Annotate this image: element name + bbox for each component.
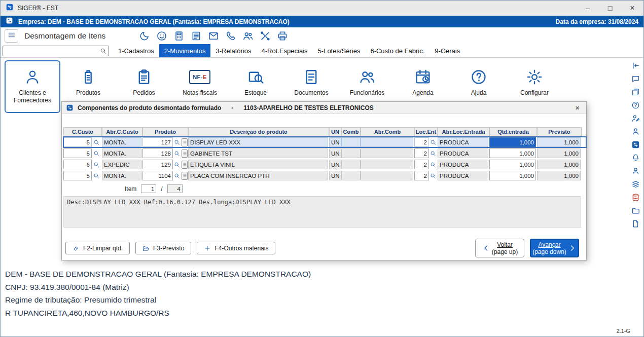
siger-shortcut-icon[interactable]: [631, 140, 640, 149]
user-icon[interactable]: [631, 127, 640, 136]
f3-previsto-button[interactable]: F3-Previsto: [135, 242, 191, 254]
close-button[interactable]: ×: [621, 1, 643, 16]
description-box[interactable]: Desc:DISPLAY LED XXX Ref:0.16.0.127 Des.…: [63, 196, 581, 228]
item-counter: Item 1 / 4: [125, 184, 586, 193]
avancar-button[interactable]: Avançar (page down): [530, 239, 579, 257]
tab-9-gerais[interactable]: 9-Gerais: [430, 44, 465, 57]
abr-comb-value: [361, 171, 413, 180]
search-input[interactable]: [5, 47, 100, 54]
avancar-label: Avançar: [539, 241, 561, 248]
tab-3-relatorios[interactable]: 3-Relatórios: [210, 44, 256, 57]
phone-icon[interactable]: [225, 30, 236, 42]
night-mode-icon[interactable]: [139, 30, 150, 42]
calculator-icon[interactable]: [173, 30, 185, 42]
loc-ent-lookup-icon[interactable]: [429, 171, 437, 180]
un-value: UN: [329, 160, 341, 169]
tab-2-movimentos[interactable]: 2-Movimentos: [159, 44, 211, 57]
search-icon[interactable]: [100, 48, 106, 54]
ccusto-lookup-icon[interactable]: [92, 137, 101, 147]
chat-icon[interactable]: [631, 74, 640, 83]
loc-ent-lookup-icon[interactable]: [429, 160, 437, 169]
item-current-field[interactable]: 1: [141, 184, 156, 193]
database-icon[interactable]: [631, 193, 640, 202]
layers-icon[interactable]: [631, 180, 640, 189]
f4-outros-materiais-button[interactable]: F4-Outros materiais: [197, 242, 275, 254]
abr-loc-entrada-value: PRODUCA: [438, 160, 488, 169]
produto-value: 129: [142, 160, 173, 169]
nav-buttons: Voltar (page up) Avançar (page down): [475, 239, 579, 257]
maximize-button[interactable]: □: [599, 1, 621, 16]
loc-ent-value: 2: [414, 160, 429, 169]
mail-icon[interactable]: [208, 30, 219, 42]
comb-value: [341, 171, 361, 180]
abr-ccusto-value: MONTA.: [102, 171, 141, 180]
clipboard-icon: [135, 66, 153, 88]
abr-loc-entrada-value: PRODUCA: [438, 137, 488, 147]
shortcut-clientes-e-fornecedores[interactable]: Clientes e Fornecedores: [5, 60, 60, 113]
qtd-entrada-input[interactable]: [489, 160, 536, 169]
dialog-title-separator: -: [231, 104, 233, 111]
chevron-right-icon: [568, 244, 577, 252]
mood-icon[interactable]: [156, 30, 167, 42]
f2-limpar-button[interactable]: F2-Limpar qtd.: [65, 242, 130, 254]
produto-lookup-icon[interactable]: [173, 148, 181, 158]
version-label: 2.1-G: [616, 328, 630, 334]
produto-options-button[interactable]: [182, 172, 188, 180]
produto-options-button[interactable]: [182, 161, 188, 169]
menu-button[interactable]: [5, 29, 18, 43]
qtd-entrada-input[interactable]: [489, 171, 536, 180]
abr-comb-value: [361, 137, 413, 147]
qtd-entrada-input[interactable]: [489, 148, 536, 158]
tools-icon[interactable]: [260, 30, 271, 42]
folder-icon[interactable]: [631, 206, 640, 215]
component-row[interactable]: 5MONTA.128GABINETE TSTUN2PRODUCA1,000: [63, 148, 586, 159]
help-circle-icon[interactable]: [631, 101, 640, 109]
file-icon[interactable]: [631, 219, 640, 228]
shortcut-label: Agenda: [412, 89, 433, 97]
loc-ent-lookup-icon[interactable]: [429, 148, 437, 158]
tab-6-custo-de-fabric[interactable]: 6-Custo de Fabric.: [365, 44, 430, 57]
ccusto-value: 5: [63, 148, 92, 158]
column-header-comb: Comb: [341, 127, 361, 136]
copy-pages-icon[interactable]: [631, 88, 640, 96]
descricao-value: DISPLAY LED XXX: [188, 137, 328, 147]
tab-1-cadastros[interactable]: 1-Cadastros: [113, 44, 159, 57]
ccusto-lookup-icon[interactable]: [92, 171, 101, 180]
component-row[interactable]: 5MONTA.1104PLACA COM INSERCAO PTHUN2PROD…: [63, 170, 586, 181]
produto-lookup-icon[interactable]: [173, 160, 181, 169]
profile-icon[interactable]: [631, 167, 640, 175]
tab-5-lotes-series[interactable]: 5-Lotes/Séries: [313, 44, 366, 57]
gear-icon: [526, 66, 543, 88]
loc-ent-value: 2: [414, 148, 429, 158]
shortcut-label: Pedidos: [133, 89, 155, 97]
dialog-buttons: F2-Limpar qtd. F3-Previsto F4-Outros mat…: [65, 239, 579, 257]
company-info-line: DEM - BASE DE DEMONSTRACAO GERAL (Fantas…: [5, 268, 311, 281]
ccusto-lookup-icon[interactable]: [92, 148, 101, 158]
qtd-entrada-input[interactable]: [489, 137, 536, 147]
ccusto-lookup-icon[interactable]: [92, 160, 101, 169]
previsto-value: 1,000: [537, 160, 581, 169]
tab-4-rot-especiais[interactable]: 4-Rot.Especiais: [257, 44, 313, 57]
notifications-icon[interactable]: [631, 154, 640, 162]
collapse-panel-icon[interactable]: [631, 61, 640, 70]
descricao-value: GABINETE TST: [188, 148, 328, 158]
produto-options-button[interactable]: [182, 138, 188, 146]
user-edit-icon[interactable]: [631, 114, 640, 123]
component-row[interactable]: 6EXPEDIC129ETIQUETA VINILUN2PRODUCA1,000: [63, 159, 586, 170]
produto-lookup-icon[interactable]: [173, 171, 181, 180]
voltar-button[interactable]: Voltar (page up): [475, 239, 524, 257]
shortcut-label: Clientes e Fornecedores: [9, 89, 56, 104]
form-icon[interactable]: [191, 30, 202, 42]
produto-lookup-icon[interactable]: [173, 137, 181, 147]
ccusto-value: 5: [63, 137, 92, 147]
loc-ent-lookup-icon[interactable]: [429, 137, 437, 147]
printer-icon[interactable]: [277, 30, 288, 42]
users-icon[interactable]: [242, 30, 254, 42]
dialog-close-button[interactable]: ×: [573, 103, 582, 112]
component-row[interactable]: 5MONTA.127DISPLAY LED XXXUN2PRODUCA1,000: [63, 137, 586, 147]
shortcut-label: Ajuda: [471, 89, 487, 97]
minimize-button[interactable]: –: [577, 1, 599, 16]
toolbar-icons: [139, 30, 288, 42]
produto-options-button[interactable]: [182, 149, 188, 158]
hamburger-icon: [8, 31, 16, 41]
